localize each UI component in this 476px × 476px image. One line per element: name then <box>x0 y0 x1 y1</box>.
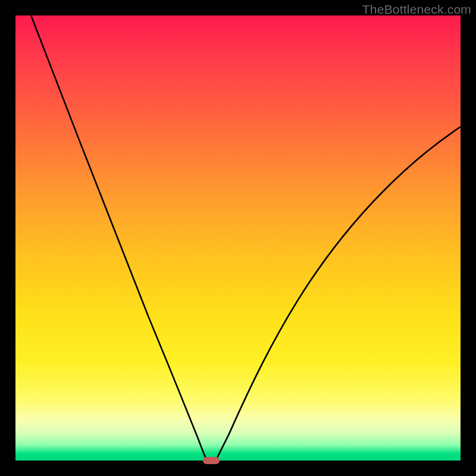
curve-right-branch <box>216 127 461 461</box>
plot-area <box>15 15 461 461</box>
bottleneck-curve <box>15 15 461 461</box>
curve-left-branch <box>31 15 206 461</box>
minimum-marker <box>203 457 220 464</box>
watermark-text: TheBottleneck.com <box>362 2 471 17</box>
outer-frame: TheBottleneck.com <box>0 0 476 476</box>
